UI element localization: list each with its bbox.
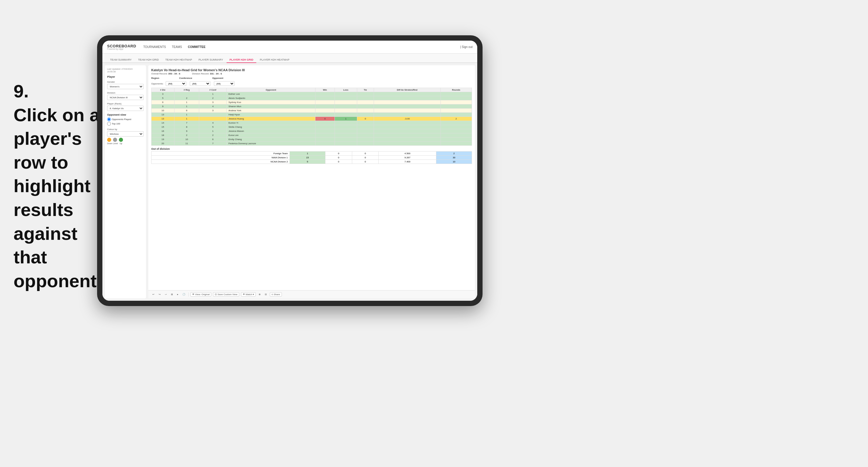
nav-committee[interactable]: COMMITTEE [188,44,206,50]
table-row[interactable]: 13 1 Haeji Hyun [152,113,472,117]
undo-button[interactable]: ↩ [151,292,156,296]
tab-player-h2h-grid[interactable]: PLAYER H2H GRID [226,57,256,63]
sign-out-button[interactable]: Sign out [462,44,472,50]
ood-row[interactable]: Foreign Team 1 0 0 4.500 2 [152,152,472,156]
tab-player-h2h-heatmap[interactable]: PLAYER H2H HEATMAP [257,57,292,63]
selected-table-row[interactable]: 13 1 Jessica Huang 0 1 0 -3.00 2 [152,117,472,121]
ood-tie: 0 [352,152,379,156]
th-div: # Div [152,88,175,92]
tab-team-summary[interactable]: TEAM SUMMARY [107,57,134,63]
cell-div: 14 [152,121,175,125]
ood-row[interactable]: NCAA Division 2 5 0 0 7.400 10 [152,160,472,164]
table-row[interactable]: 6 1 3 Sydney Kuo [152,100,472,104]
cell-opponent: Federica Domecq Lacroze [226,142,315,146]
cell-conf: 2 [199,96,226,100]
ood-team-name: NCAA Division 2 [152,160,290,164]
cell-tie: 0 [357,117,374,121]
cell-div: 6 [152,100,175,104]
grid-button[interactable]: ⊞ [170,292,174,296]
table-row[interactable]: 5 2 2 Alexis Sudjianto [152,96,472,100]
tablet-frame: SCOREBOARD Powered by clippi TOURNAMENTS… [97,35,483,306]
player-section-title: Player [107,75,144,78]
view-original-button[interactable]: 👁 View: Original [190,292,211,297]
colour-by-select[interactable]: Win/loss [107,131,144,136]
cell-opponent: Haeji Hyun [226,113,315,117]
cell-opponent: Esther Lee [226,92,315,96]
share-label: Share [274,293,280,296]
table-row[interactable]: 14 7 4 Eunice Yi [152,121,472,125]
right-panel: Katelyn Vo Head-to-Head Grid for Women's… [148,65,475,299]
cell-conf: 6 [199,137,226,142]
cell-rounds [440,113,472,117]
cell-tie [357,104,374,108]
cell-rounds [440,92,472,96]
watch-button[interactable]: 👁 Watch ▾ [241,292,256,297]
cell-loss [335,129,357,133]
cell-conf: 3 [199,100,226,104]
cell-win [315,100,335,104]
cell-loss: 1 [335,117,357,121]
cell-div: 5 [152,96,175,100]
save-custom-view-button[interactable]: ⊡ Save Custom View [213,292,239,297]
cell-diff [374,121,440,125]
reset-button[interactable]: ⤻ [164,292,168,296]
redo-button[interactable]: ↪ [157,292,162,296]
cell-diff [374,108,440,113]
table-row[interactable]: 19 10 6 Emily Chang [152,137,472,142]
table-row[interactable]: 3 1 Esther Lee [152,92,472,96]
cell-tie [357,96,374,100]
zoom-out-button[interactable]: ⊟ [264,292,268,296]
cell-reg: 9 [174,129,199,133]
th-win: Win [315,88,335,92]
player-section: Player [107,75,144,78]
tab-player-summary[interactable]: PLAYER SUMMARY [196,57,226,63]
tab-team-h2h-heatmap[interactable]: TEAM H2H HEATMAP [162,57,195,63]
clock-button[interactable]: 🕐 [181,292,187,296]
colour-labels: Down Level Up [107,143,144,145]
cell-tie [357,129,374,133]
table-row[interactable]: 16 9 1 Jessica Mason [152,129,472,133]
h2h-table: # Div # Reg # Conf Opponent Win Loss Tie… [151,88,472,146]
step-number: 9. [13,81,29,101]
player-rank-group: Player (Rank) 8. Katelyn Vo [107,102,144,111]
share-button[interactable]: ⎋ Share [270,292,282,297]
annotation-text: 9. Click on a player's row to highlight … [13,80,102,293]
cell-opponent: Emily Chang [226,137,315,142]
tablet-screen: SCOREBOARD Powered by clippi TOURNAMENTS… [102,41,477,301]
player-rank-select[interactable]: 8. Katelyn Vo [107,106,144,111]
opp-select[interactable]: (All) [214,81,235,86]
cell-win: 0 [315,117,335,121]
cell-rounds [440,129,472,133]
table-row[interactable]: 9 1 4 Sharon Mun [152,104,472,108]
table-row[interactable]: 15 8 5 Stella Chang [152,125,472,129]
th-tie: Tie [357,88,374,92]
cell-reg: 1 [174,113,199,117]
table-row[interactable]: 18 2 2 Euna Lee [152,133,472,137]
cell-loss [335,104,357,108]
cell-conf [199,117,226,121]
zoom-in-button[interactable]: ⊕ [257,292,262,296]
division-label: Division [107,92,144,94]
table-row[interactable]: 10 6 3 Andrea York [152,108,472,113]
play-button[interactable]: ▸ [176,292,180,296]
conf-select[interactable]: (All) [190,81,210,86]
division-select[interactable]: NCAA Division III [107,95,144,100]
ood-win: 15 [290,156,326,160]
table-row[interactable]: 20 11 7 Federica Domecq Lacroze [152,142,472,146]
annotation-body: Click on a player's row to highlight res… [13,105,100,291]
brand: SCOREBOARD Powered by clippi [107,44,136,50]
radio-top100[interactable]: Top 100 [107,122,144,126]
ood-row[interactable]: NAIA Division 1 15 0 0 9.267 30 [152,156,472,160]
ood-rounds: 2 [436,152,472,156]
gender-select[interactable]: Women's [107,84,144,89]
colour-dot-level [113,138,117,142]
cell-diff [374,142,440,146]
opponents-select[interactable]: (All) [166,81,186,86]
nav-teams[interactable]: TEAMS [172,44,182,50]
left-panel: Last Updated: 27/03/2024 16:55:38 Player… [105,65,146,299]
ood-team-name: Foreign Team [152,152,290,156]
nav-tournaments[interactable]: TOURNAMENTS [143,44,166,50]
cell-win [315,133,335,137]
tab-team-h2h-grid[interactable]: TEAM H2H GRID [135,57,162,63]
radio-opponents-played[interactable]: Opponents Played [107,117,144,121]
